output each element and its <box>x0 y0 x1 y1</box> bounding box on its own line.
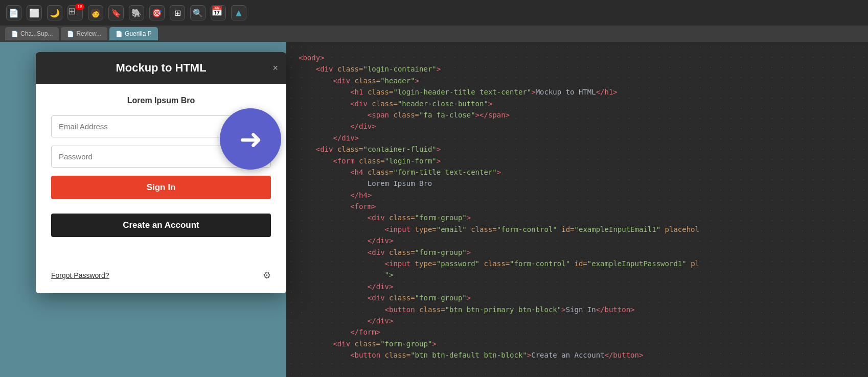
code-line: </div> <box>299 121 856 132</box>
tab-chat[interactable]: 📄Cha...Sup... <box>5 27 59 40</box>
code-line: </div> <box>299 235 856 246</box>
login-modal: Mockup to HTML × Lorem Ipsum Bro Sign In… <box>36 52 286 293</box>
code-line: "> <box>299 269 856 280</box>
drive-icon[interactable]: ▲ <box>231 5 246 20</box>
code-line: <form class="login-form"> <box>299 155 856 167</box>
modal-footer: Forgot Password? ⚙ <box>36 270 286 293</box>
apps-icon[interactable]: ⊞ 16 <box>67 5 83 20</box>
new-tab-icon[interactable]: 📄 <box>6 5 21 20</box>
code-line: <input type="email" class="form-control"… <box>299 224 856 235</box>
code-line: <div class="form-group"> <box>299 212 856 223</box>
code-line: <input type="password" class="form-contr… <box>299 258 856 269</box>
settings-gear-icon[interactable]: ⚙ <box>263 270 271 281</box>
signin-button[interactable]: Sign In <box>51 176 271 199</box>
code-line: <body> <box>299 52 856 63</box>
code-line: <div class="header-close-button"> <box>299 98 856 109</box>
code-line: <span class="fa fa-close"></span> <box>299 109 856 121</box>
grid-icon[interactable]: ⊞ <box>170 5 185 20</box>
code-line: <div class="form-group"> <box>299 338 856 349</box>
create-account-button[interactable]: Create an Account <box>51 214 271 237</box>
search-icon[interactable]: 🔍 <box>190 5 205 20</box>
code-line: <button class="btn btn-default btn-block… <box>299 349 856 361</box>
target-icon[interactable]: 🎯 <box>149 5 165 20</box>
tabs-bar: 📄Cha...Sup... 📄Review... 📄Guerilla P <box>0 26 868 42</box>
tab-guerilla[interactable]: 📄Guerilla P <box>109 27 158 40</box>
modal-title: Mockup to HTML <box>46 61 276 75</box>
code-line: <h4 class="form-title text-center"> <box>299 167 856 178</box>
elephant-icon[interactable]: 🐘 <box>129 5 144 20</box>
code-editor-panel: <body> <div class="login-container"> <di… <box>286 42 868 377</box>
arrow-circle: ➜ <box>220 108 281 170</box>
code-line: </div> <box>299 281 856 292</box>
arrow-right-icon: ➜ <box>239 125 262 153</box>
code-content: <body> <div class="login-container"> <di… <box>299 52 856 361</box>
code-line: <div class="container-fluid"> <box>299 144 856 155</box>
code-line: <div class="login-container"> <box>299 63 856 75</box>
calendar-icon[interactable]: 📅 <box>211 5 226 20</box>
tab-review[interactable]: 📄Review... <box>61 27 107 40</box>
code-line: <h1 class="login-header-title text-cente… <box>299 86 856 98</box>
code-line: </h4> <box>299 190 856 201</box>
modal-close-button[interactable]: × <box>272 63 278 74</box>
modal-header: Mockup to HTML × <box>36 52 286 84</box>
code-line: <div class="header"> <box>299 75 856 86</box>
code-line: </form> <box>299 326 856 338</box>
mac-topbar: 📄 ⬜ 🌙 ⊞ 16 🧑 🔖 🐘 🎯 ⊞ 🔍 📅 ▲ <box>0 0 868 26</box>
moon-icon[interactable]: 🌙 <box>47 5 62 20</box>
person-icon[interactable]: 🧑 <box>88 5 103 20</box>
code-line: </div> <box>299 132 856 144</box>
code-line: <div class="form-group"> <box>299 247 856 258</box>
code-line: <div class="form-group"> <box>299 292 856 303</box>
signin-form-group: Sign In <box>51 176 271 205</box>
window-icon[interactable]: ⬜ <box>27 5 42 20</box>
code-line: Lorem Ipsum Bro <box>299 178 856 189</box>
form-subtitle: Lorem Ipsum Bro <box>51 96 271 105</box>
code-line: <button class="btn btn-primary btn-block… <box>299 304 856 315</box>
bookmark-icon[interactable]: 🔖 <box>108 5 124 20</box>
create-form-group: Create an Account <box>51 214 271 246</box>
main-content: Mockup to HTML × Lorem Ipsum Bro Sign In… <box>0 42 868 377</box>
code-line: <form> <box>299 201 856 212</box>
forgot-password-button[interactable]: Forgot Password? <box>51 271 109 279</box>
code-line: </div> <box>299 315 856 326</box>
